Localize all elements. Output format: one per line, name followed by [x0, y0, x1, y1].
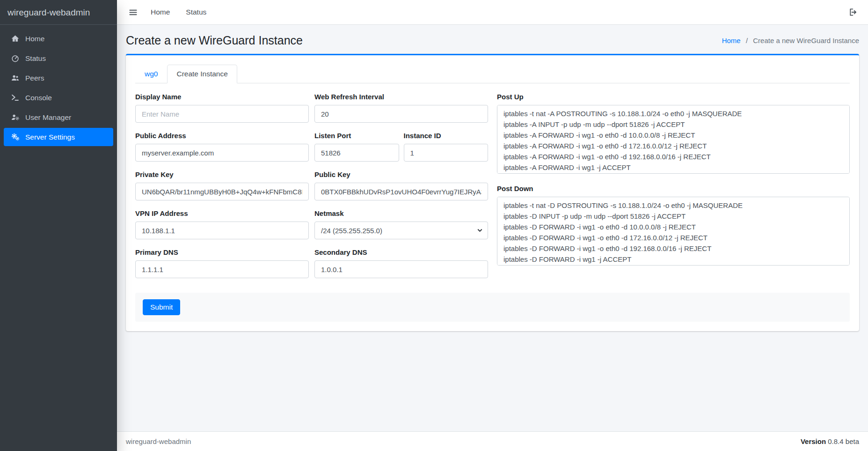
display-name-input[interactable] — [135, 105, 309, 123]
primary-dns-group: Primary DNS — [135, 248, 309, 278]
form-left-section: Display Name Web Refresh Interval Public… — [135, 93, 488, 287]
secondary-dns-input[interactable] — [314, 260, 488, 278]
listen-port-label: Listen Port — [314, 132, 399, 140]
breadcrumb: Home / Create a new WireGuard Instance — [722, 37, 859, 44]
sidebar: wireguard-webadmin Home Status Peers — [0, 0, 117, 451]
private-key-input[interactable] — [135, 183, 309, 200]
web-refresh-interval-input[interactable] — [314, 105, 488, 123]
netmask-group: Netmask /24 (255.255.255.0) — [314, 209, 488, 239]
sidebar-item-label: User Manager — [25, 113, 71, 122]
sidebar-item-label: Server Settings — [25, 133, 75, 141]
breadcrumb-current: Create a new WireGuard Instance — [753, 37, 859, 44]
sidebar-item-label: Console — [25, 94, 52, 102]
top-navbar: Home Status — [117, 0, 868, 25]
form-right-section: Post Up iptables -t nat -A POSTROUTING -… — [497, 93, 850, 287]
terminal-icon — [9, 93, 21, 102]
footer-version-label: Version — [801, 437, 826, 445]
users-icon — [9, 74, 21, 82]
sidebar-item-label: Status — [25, 54, 46, 63]
private-key-label: Private Key — [135, 170, 309, 178]
sidebar-nav: Home Status Peers Console — [0, 25, 117, 152]
sidebar-toggle-button[interactable] — [126, 5, 140, 20]
private-key-group: Private Key — [135, 170, 309, 200]
display-name-label: Display Name — [135, 93, 309, 101]
instance-id-group: Instance ID — [404, 132, 489, 162]
cogs-icon — [9, 133, 21, 141]
sidebar-item-home[interactable]: Home — [4, 30, 113, 48]
footer-brand: wireguard-webadmin — [126, 437, 191, 445]
tab-wg0[interactable]: wg0 — [135, 65, 167, 83]
public-key-group: Public Key — [314, 170, 488, 200]
public-key-input[interactable] — [314, 183, 488, 200]
sidebar-item-label: Peers — [25, 74, 44, 82]
users-gear-icon — [9, 113, 21, 122]
post-up-group: Post Up iptables -t nat -A POSTROUTING -… — [497, 93, 850, 176]
submit-button[interactable]: Submit — [143, 299, 180, 315]
public-address-label: Public Address — [135, 132, 309, 140]
sidebar-item-peers[interactable]: Peers — [4, 69, 113, 87]
sidebar-item-server-settings[interactable]: Server Settings — [4, 128, 113, 146]
page-footer: wireguard-webadmin Version 0.8.4 beta — [117, 431, 868, 451]
footer-version-value: 0.8.4 beta — [828, 437, 859, 445]
netmask-select[interactable]: /24 (255.255.255.0) — [314, 222, 488, 239]
breadcrumb-home-link[interactable]: Home — [722, 37, 741, 44]
vpn-ip-label: VPN IP Address — [135, 209, 309, 217]
post-down-textarea[interactable]: iptables -t nat -D POSTROUTING -s 10.188… — [497, 197, 850, 266]
instance-card: wg0 Create Instance Display Name — [126, 54, 859, 331]
listen-port-group: Listen Port — [314, 132, 399, 162]
primary-dns-label: Primary DNS — [135, 248, 309, 256]
sign-out-icon — [849, 7, 858, 17]
web-refresh-interval-label: Web Refresh Interval — [314, 93, 488, 101]
listen-port-input[interactable] — [314, 144, 399, 162]
create-instance-panel: Display Name Web Refresh Interval Public… — [135, 83, 850, 322]
navbar-link-home[interactable]: Home — [145, 3, 175, 21]
secondary-dns-group: Secondary DNS — [314, 248, 488, 278]
logout-button[interactable] — [848, 5, 859, 20]
vpn-ip-group: VPN IP Address — [135, 209, 309, 239]
display-name-group: Display Name — [135, 93, 309, 123]
post-down-group: Post Down iptables -t nat -D POSTROUTING… — [497, 185, 850, 267]
page-title: Create a new WireGuard Instance — [126, 34, 303, 47]
navbar-link-status[interactable]: Status — [180, 3, 212, 21]
content-header: Create a new WireGuard Instance Home / C… — [117, 25, 868, 54]
gauge-icon — [9, 54, 21, 63]
app-window: wireguard-webadmin Home Status Peers — [0, 0, 868, 451]
post-up-textarea[interactable]: iptables -t nat -A POSTROUTING -s 10.188… — [497, 105, 850, 174]
hamburger-icon — [129, 8, 138, 17]
main-column: Home Status Create a new WireGuard Insta… — [117, 0, 868, 451]
breadcrumb-separator: / — [746, 37, 748, 44]
sidebar-item-label: Home — [25, 35, 44, 43]
public-address-group: Public Address — [135, 132, 309, 162]
tab-create-instance[interactable]: Create Instance — [167, 65, 237, 83]
sidebar-item-status[interactable]: Status — [4, 49, 113, 67]
secondary-dns-label: Secondary DNS — [314, 248, 488, 256]
instance-tabs: wg0 Create Instance — [135, 65, 850, 83]
sidebar-brand[interactable]: wireguard-webadmin — [0, 0, 117, 25]
web-refresh-interval-group: Web Refresh Interval — [314, 93, 488, 123]
content-wrapper: Create a new WireGuard Instance Home / C… — [117, 25, 868, 431]
post-up-label: Post Up — [497, 93, 850, 101]
footer-version: Version 0.8.4 beta — [801, 437, 859, 445]
public-address-input[interactable] — [135, 144, 309, 162]
port-instance-group: Listen Port Instance ID — [314, 132, 488, 162]
primary-dns-input[interactable] — [135, 260, 309, 278]
sidebar-item-console[interactable]: Console — [4, 89, 113, 107]
instance-id-input[interactable] — [404, 144, 489, 162]
home-icon — [9, 34, 21, 43]
netmask-label: Netmask — [314, 209, 488, 217]
public-key-label: Public Key — [314, 170, 488, 178]
sidebar-item-user-manager[interactable]: User Manager — [4, 108, 113, 126]
form-footer: Submit — [135, 293, 850, 322]
post-down-label: Post Down — [497, 185, 850, 192]
instance-id-label: Instance ID — [404, 132, 489, 140]
vpn-ip-input[interactable] — [135, 222, 309, 239]
